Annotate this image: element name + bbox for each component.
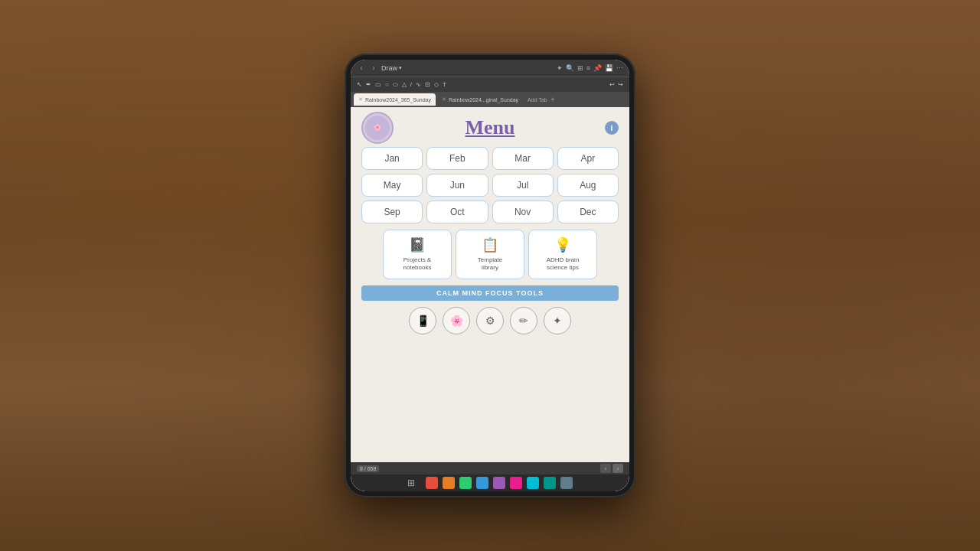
month-grid: Jan Feb Mar Apr May Jun Jul Aug Sep Oct … [361, 147, 619, 223]
drawing-toolbar: ↖ ✒ ▭ ○ ⬭ △ / ∿ ⊡ ◇ T ↩ ↪ [351, 77, 629, 92]
dock-app-7[interactable] [527, 477, 539, 489]
add-tab-button[interactable]: Add Tab + [524, 96, 557, 103]
redo-icon[interactable]: ↪ [618, 81, 623, 88]
line-tool[interactable]: / [410, 81, 412, 88]
page-title: Menu [466, 116, 515, 139]
rect-tool[interactable]: ▭ [375, 81, 381, 88]
month-nov[interactable]: Nov [492, 201, 554, 223]
focus-tool-2[interactable]: 🌸 [443, 307, 470, 334]
calm-banner[interactable]: CALM MIND FOCUS TOOLS [361, 285, 619, 301]
quick-links: 📓 Projects &notebooks 📋 Templatelibrary … [361, 230, 619, 279]
text-tool[interactable]: T [443, 81, 446, 88]
node-tool[interactable]: ◇ [434, 81, 439, 88]
dock-app-8[interactable] [544, 477, 556, 489]
top-bar-left: ‹ › Draw ▾ [357, 64, 402, 73]
template-label: Templatelibrary [478, 256, 502, 272]
month-jan[interactable]: Jan [361, 147, 423, 170]
tab-2[interactable]: ✕ Rainbow2024...ginal_Sunday [437, 93, 523, 106]
search-icon[interactable]: 🔍 [566, 64, 574, 72]
month-jun[interactable]: Jun [426, 174, 488, 197]
focus-tool-4[interactable]: ✏ [510, 307, 537, 334]
ellipse-tool[interactable]: ⬭ [393, 81, 398, 89]
undo-icon[interactable]: ↩ [609, 81, 615, 88]
tabs-bar: ✕ Rainbow2024_365_Sunday ✕ Rainbow2024..… [351, 92, 629, 107]
focus-tool-3[interactable]: ⚙ [476, 307, 504, 334]
wand-icon[interactable]: ✦ [557, 64, 563, 72]
top-bar-right: ✦ 🔍 ⊞ ≡ 📌 💾 ⋯ [557, 64, 623, 72]
focus-tools: 📱 🌸 ⚙ ✏ ✦ [361, 307, 619, 334]
logo-inner: 🌸 [365, 116, 390, 140]
curve-tool[interactable]: ∿ [416, 81, 421, 88]
back-button[interactable]: ‹ [357, 64, 366, 73]
top-bar: ‹ › Draw ▾ ✦ 🔍 ⊞ ≡ 📌 💾 ⋯ [351, 60, 629, 77]
triangle-tool[interactable]: △ [402, 81, 407, 88]
info-button[interactable]: i [605, 121, 619, 135]
month-sep[interactable]: Sep [361, 201, 423, 223]
tab-2-close[interactable]: ✕ [442, 96, 446, 103]
dock-app-5[interactable] [493, 477, 505, 489]
template-card[interactable]: 📋 Templatelibrary [456, 230, 524, 279]
projects-icon: 📓 [409, 236, 426, 253]
dock-app-2[interactable] [443, 477, 455, 489]
dock-app-1[interactable] [426, 477, 438, 489]
tablet-screen: ‹ › Draw ▾ ✦ 🔍 ⊞ ≡ 📌 💾 ⋯ ↖ ✒ [351, 60, 629, 491]
select-tool[interactable]: ↖ [357, 81, 362, 88]
nav-arrows: ‹ › [600, 464, 623, 473]
projects-card[interactable]: 📓 Projects &notebooks [383, 230, 452, 279]
prev-page-button[interactable]: ‹ [600, 464, 611, 473]
page-content: 🌸 Menu i Jan Feb Mar Apr May Jun Jul Aug [351, 107, 629, 462]
month-aug[interactable]: Aug [557, 174, 619, 197]
tab-1-close[interactable]: ✕ [358, 96, 363, 103]
month-jul[interactable]: Jul [492, 174, 554, 197]
tablet-device: ‹ › Draw ▾ ✦ 🔍 ⊞ ≡ 📌 💾 ⋯ ↖ ✒ [345, 54, 635, 497]
grid-menu-button[interactable]: ⊞ [407, 478, 415, 488]
toolbar-right: ↩ ↪ [609, 81, 623, 88]
adhd-label: ADHD brainscience tips [547, 256, 580, 272]
dock-app-6[interactable] [510, 477, 522, 489]
more-icon[interactable]: ⋯ [616, 64, 623, 72]
month-oct[interactable]: Oct [426, 201, 488, 223]
adhd-icon: 💡 [554, 236, 571, 253]
pin-icon[interactable]: 📌 [593, 64, 602, 72]
tool-buttons: ↖ ✒ ▭ ○ ⬭ △ / ∿ ⊡ ◇ T [357, 81, 446, 89]
bottom-sections: 📓 Projects &notebooks 📋 Templatelibrary … [361, 230, 619, 334]
page-indicator: 8 / 658 [357, 465, 379, 472]
crop-tool[interactable]: ⊡ [425, 81, 430, 88]
tab-1[interactable]: ✕ Rainbow2024_365_Sunday [354, 93, 436, 106]
template-icon: 📋 [482, 236, 498, 253]
grid-icon[interactable]: ⊞ [577, 64, 583, 72]
save-icon[interactable]: 💾 [605, 64, 613, 72]
month-may[interactable]: May [361, 174, 423, 197]
month-apr[interactable]: Apr [557, 147, 619, 170]
pen-tool[interactable]: ✒ [366, 81, 371, 88]
draw-mode-label[interactable]: Draw ▾ [381, 64, 402, 72]
status-bar: 8 / 658 ‹ › [351, 462, 629, 474]
focus-tool-5[interactable]: ✦ [544, 307, 571, 334]
circle-tool[interactable]: ○ [385, 81, 389, 88]
header-row: 🌸 Menu i [361, 116, 619, 139]
month-feb[interactable]: Feb [426, 147, 488, 170]
month-mar[interactable]: Mar [492, 147, 554, 170]
adhd-card[interactable]: 💡 ADHD brainscience tips [528, 230, 597, 279]
logo-circle: 🌸 [361, 112, 394, 144]
list-icon[interactable]: ≡ [586, 64, 590, 72]
dock-app-9[interactable] [560, 477, 573, 489]
dock-app-4[interactable] [476, 477, 488, 489]
focus-tool-1[interactable]: 📱 [409, 307, 436, 334]
projects-label: Projects &notebooks [403, 256, 432, 272]
month-dec[interactable]: Dec [557, 201, 619, 223]
dock-bar: ⊞ [351, 474, 629, 491]
dock-app-3[interactable] [459, 477, 472, 489]
next-page-button[interactable]: › [612, 464, 623, 473]
forward-button[interactable]: › [369, 64, 378, 73]
